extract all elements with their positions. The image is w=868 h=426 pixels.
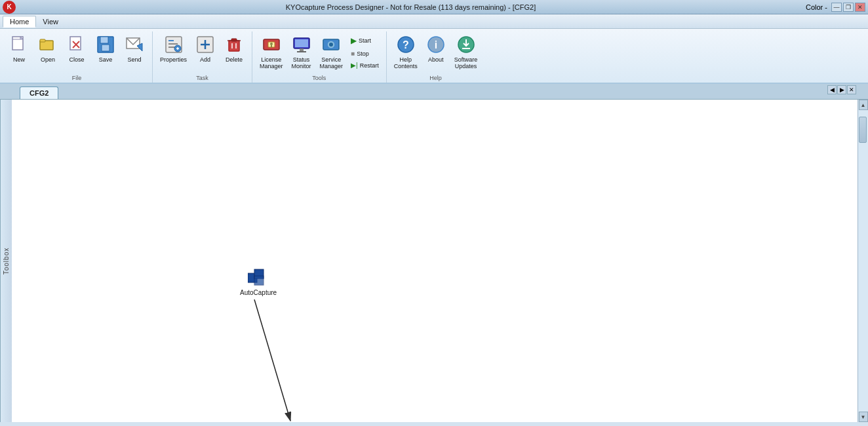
svg-rect-34 [300,48,304,51]
ribbon-group-file: New Open Close [4,31,153,83]
vertical-scrollbar: ▲ ▼ [858,100,868,422]
svg-text:?: ? [403,39,409,50]
close-label: Close [69,56,84,63]
restart-icon: ▶| [351,62,358,69]
window-title: KYOcapture Process Designer - Not for Re… [16,3,806,11]
autocapture-node[interactable]: AutoCapture [240,267,277,296]
help-contents-icon: ? [395,34,416,55]
autocapture-icon [248,267,269,288]
restart-button[interactable]: ▶| Restart [347,60,382,71]
add-icon [195,34,216,55]
svg-rect-15 [168,43,178,45]
menu-bar: Home View [0,14,868,29]
license-manager-icon [261,34,282,55]
svg-rect-16 [168,47,175,48]
license-manager-label: LicenseManager [260,56,283,69]
title-controls: Color - — ❐ ✕ [806,3,865,12]
new-label: New [13,56,25,63]
start-label: Start [359,37,371,44]
svg-rect-31 [271,45,272,47]
svg-rect-14 [168,40,174,41]
help-contents-label: HelpContents [394,56,418,69]
scroll-up-button[interactable]: ▲ [859,100,868,110]
svg-point-30 [270,43,273,45]
arrow-autocapture-to-outlook [254,300,290,421]
delete-button[interactable]: Delete [220,31,248,66]
ribbon-group-tools: LicenseManager StatusMonitor ServiceMana… [255,31,387,83]
send-button[interactable]: Send [121,31,148,66]
delete-icon [224,34,245,55]
color-label: Color - [806,3,827,11]
help-group-label: Help [391,73,481,83]
open-icon [37,34,58,55]
multi-router-node[interactable]: Multi Router [461,421,496,422]
add-label: Add [200,56,210,63]
ribbon-group-task: Properties Add Delete Task [155,31,252,83]
properties-label: Properties [160,56,187,63]
title-bar: K KYOcapture Process Designer - Not for … [0,0,868,14]
menu-view[interactable]: View [36,16,65,27]
svg-rect-9 [100,37,108,43]
open-label: Open [41,56,55,63]
properties-button[interactable]: Properties [157,31,190,66]
service-manager-label: ServiceManager [320,56,344,69]
svg-rect-35 [297,51,306,52]
scroll-thumb[interactable] [859,117,867,143]
send-label: Send [127,56,141,63]
new-button[interactable]: New [5,31,33,66]
svg-rect-4 [40,39,45,42]
tab-next-button[interactable]: ▶ [837,85,846,94]
service-manager-icon [321,34,342,55]
help-contents-button[interactable]: ? HelpContents [391,31,421,72]
send-icon [124,34,145,55]
tab-bar: ◀ ▶ ✕ CFG2 [0,84,868,100]
service-manager-button[interactable]: ServiceManager [317,31,347,72]
stop-icon: ■ [351,50,355,57]
ribbon: New Open Close [0,29,868,84]
close-icon [66,34,87,55]
software-updates-label: SoftwareUpdates [454,56,478,69]
license-manager-button[interactable]: LicenseManager [256,31,286,72]
add-button[interactable]: Add [191,31,219,66]
start-button[interactable]: ▶ Start [347,34,382,47]
stop-button[interactable]: ■ Stop [347,48,382,59]
status-monitor-button[interactable]: StatusMonitor [288,31,315,72]
start-icon: ▶ [351,36,357,45]
canvas[interactable]: AutoCapture Outlook MSG Loader [12,100,858,422]
tab-prev-button[interactable]: ◀ [827,85,837,94]
svg-rect-33 [295,39,308,47]
menu-home[interactable]: Home [3,16,36,28]
save-label: Save [99,56,113,63]
canvas-container: AutoCapture Outlook MSG Loader [12,100,858,422]
scroll-track[interactable] [858,110,868,412]
delete-label: Delete [226,56,243,63]
title-icon: K [3,1,16,14]
restore-button[interactable]: ❐ [843,3,854,12]
arrow-canvas [12,100,858,422]
stop-label: Stop [357,50,369,57]
tab-cfg2[interactable]: CFG2 [20,87,58,99]
svg-point-38 [329,43,333,47]
multi-router-icon [468,421,489,422]
toolbox[interactable]: Toolbox [0,100,12,422]
scroll-down-button[interactable]: ▼ [859,412,868,422]
svg-text:i: i [435,39,437,50]
close-button-ribbon[interactable]: Close [63,31,90,66]
about-icon: i [425,34,446,55]
tab-nav-buttons: ◀ ▶ ✕ [826,84,858,96]
svg-rect-48 [254,276,264,285]
save-button[interactable]: Save [92,31,119,66]
toolbox-label: Toolbox [3,247,10,274]
restart-label: Restart [360,62,379,69]
open-button[interactable]: Open [34,31,62,66]
about-label: About [428,56,444,63]
tab-close-button[interactable]: ✕ [847,85,856,94]
save-icon [95,34,116,55]
file-group-label: File [5,73,148,83]
tools-group-label: Tools [256,73,382,83]
status-monitor-label: StatusMonitor [292,56,311,69]
software-updates-button[interactable]: SoftwareUpdates [451,31,481,72]
close-button[interactable]: ✕ [855,3,865,12]
minimize-button[interactable]: — [831,3,842,12]
about-button[interactable]: i About [422,31,450,66]
